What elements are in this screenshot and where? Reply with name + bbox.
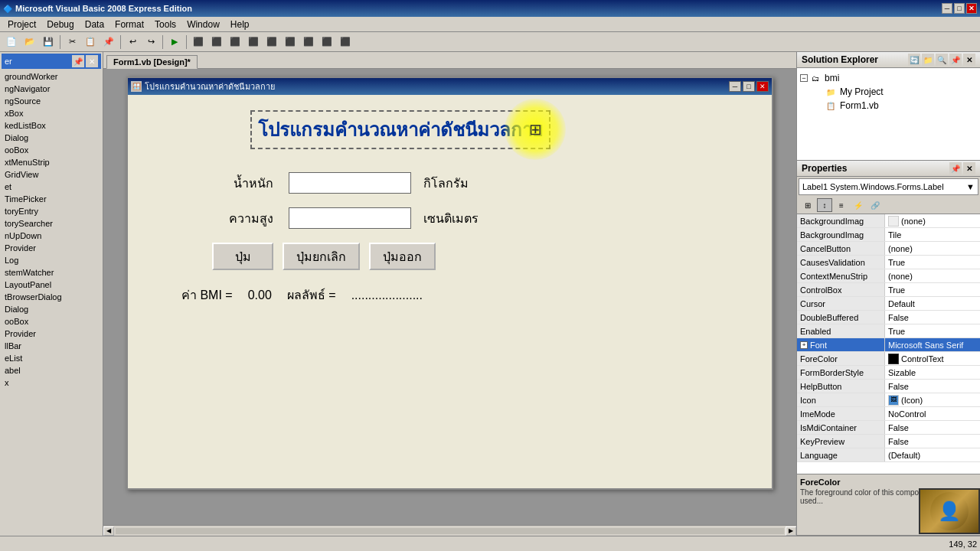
tree-expand-bmi[interactable]: − bbox=[800, 74, 808, 82]
prop-row-imemode[interactable]: ImeMode NoControl bbox=[797, 407, 980, 421]
prop-row-controlbox[interactable]: ControlBox True bbox=[797, 283, 980, 297]
vb-form-minimize[interactable]: ─ bbox=[729, 81, 741, 92]
menu-data[interactable]: Data bbox=[80, 18, 109, 31]
maximize-button[interactable]: □ bbox=[954, 3, 965, 14]
sidebar-item-8[interactable]: GridView bbox=[2, 168, 101, 181]
sidebar-item-7[interactable]: xtMenuStrip bbox=[2, 156, 101, 168]
prop-close[interactable]: ✕ bbox=[963, 162, 975, 174]
toolbar-b7[interactable]: ⬛ bbox=[300, 34, 317, 50]
prop-row-cursor[interactable]: Cursor Default bbox=[797, 297, 980, 311]
menu-debug[interactable]: Debug bbox=[42, 18, 78, 31]
tree-item-myproject[interactable]: 📁 My Project bbox=[800, 85, 977, 99]
toolbar-cut[interactable]: ✂ bbox=[64, 34, 80, 50]
se-btn2[interactable]: 📁 bbox=[922, 54, 934, 66]
toolbar-open[interactable]: 📂 bbox=[21, 34, 38, 50]
prop-row-enabled[interactable]: Enabled True bbox=[797, 324, 980, 338]
sidebar-item-11[interactable]: toryEntry bbox=[2, 205, 101, 217]
sidebar-item-x[interactable]: x bbox=[2, 377, 101, 389]
sidebar-item-0[interactable]: groundWorker bbox=[2, 70, 101, 83]
prop-row-causesvalidation[interactable]: CausesValidation True bbox=[797, 256, 980, 269]
sidebar-item-10[interactable]: TimePicker bbox=[2, 193, 101, 205]
toolbar-new[interactable]: 📄 bbox=[3, 34, 20, 50]
calculate-button[interactable]: ปุ่ม bbox=[212, 243, 273, 270]
prop-row-contextmenustrip[interactable]: ContextMenuStrip (none) bbox=[797, 269, 980, 283]
tab-form1-design[interactable]: Form1.vb [Design]* bbox=[106, 55, 198, 69]
toolbar-b3[interactable]: ⬛ bbox=[227, 34, 243, 50]
prop-row-language[interactable]: Language (Default) bbox=[797, 448, 980, 462]
close-button[interactable]: ✕ bbox=[966, 3, 977, 14]
prop-tb-properties[interactable]: ≡ bbox=[834, 198, 849, 212]
ok-button[interactable]: ปุ่มออก bbox=[369, 243, 436, 270]
prop-tb-events[interactable]: ⚡ bbox=[851, 198, 866, 212]
toolbar-b1[interactable]: ⬛ bbox=[190, 34, 207, 50]
properties-dropdown[interactable]: Label1 System.Windows.Forms.Label ▼ bbox=[799, 178, 978, 195]
sidebar-item-dialog[interactable]: Dialog bbox=[2, 303, 101, 315]
prop-row-font[interactable]: + Font Microsoft Sans Serif bbox=[797, 338, 980, 352]
prop-pin[interactable]: 📌 bbox=[949, 162, 962, 174]
se-close[interactable]: ✕ bbox=[963, 54, 975, 66]
weight-input[interactable] bbox=[289, 172, 411, 194]
se-pin[interactable]: 📌 bbox=[949, 54, 962, 66]
prop-row-cancelbutton[interactable]: CancelButton (none) bbox=[797, 242, 980, 256]
prop-row-icon[interactable]: Icon 🖼 (Icon) bbox=[797, 393, 980, 407]
sidebar-item-llBar[interactable]: llBar bbox=[2, 340, 101, 352]
prop-tb-alphabetical[interactable]: ↕ bbox=[817, 198, 832, 212]
menu-help[interactable]: Help bbox=[226, 18, 254, 31]
prop-row-backgroundimag1[interactable]: BackgroundImag (none) bbox=[797, 214, 980, 228]
prop-row-formborderstyle[interactable]: FormBorderStyle Sizable bbox=[797, 366, 980, 380]
toolbar-b6[interactable]: ⬛ bbox=[282, 34, 299, 50]
sidebar-item-1[interactable]: ngNavigator bbox=[2, 83, 101, 95]
minimize-button[interactable]: ─ bbox=[942, 3, 952, 14]
sidebar-item-stemWatcher[interactable]: stemWatcher bbox=[2, 266, 101, 279]
h-scrollbar[interactable]: ◀ ▶ bbox=[103, 525, 796, 536]
sidebar-item-3[interactable]: xBox bbox=[2, 107, 101, 119]
se-btn1[interactable]: 🔄 bbox=[908, 54, 920, 66]
sidebar-item-log[interactable]: Log bbox=[2, 254, 101, 266]
toolbar-b4[interactable]: ⬛ bbox=[245, 34, 262, 50]
prop-tb-propbind[interactable]: 🔗 bbox=[867, 198, 883, 212]
font-expand[interactable]: + bbox=[800, 341, 808, 349]
prop-row-backgroundimag2[interactable]: BackgroundImag Tile bbox=[797, 228, 980, 242]
vb-form-close[interactable]: ✕ bbox=[756, 81, 769, 92]
sidebar-item-ooBox[interactable]: ooBox bbox=[2, 315, 101, 328]
sidebar-item-9[interactable]: et bbox=[2, 181, 101, 193]
sidebar-item-2[interactable]: ngSource bbox=[2, 95, 101, 107]
toolbar-run[interactable]: ▶ bbox=[166, 34, 183, 50]
tree-item-form1[interactable]: 📋 Form1.vb bbox=[800, 99, 977, 112]
sidebar-item-torySearcher[interactable]: torySearcher bbox=[2, 217, 101, 230]
sidebar-item-nUpDown[interactable]: nUpDown bbox=[2, 230, 101, 242]
sidebar-item-layoutPanel[interactable]: LayoutPanel bbox=[2, 279, 101, 291]
menu-format[interactable]: Format bbox=[110, 18, 149, 31]
prop-row-forecolor[interactable]: ForeColor ControlText bbox=[797, 352, 980, 366]
tree-item-bmi[interactable]: − 🗂 bmi bbox=[800, 71, 977, 85]
menu-tools[interactable]: Tools bbox=[150, 18, 181, 31]
sidebar-item-provider2[interactable]: Provider bbox=[2, 328, 101, 340]
toolbar-b9[interactable]: ⬛ bbox=[337, 34, 354, 50]
toolbar-redo[interactable]: ↪ bbox=[142, 34, 159, 50]
scroll-right[interactable]: ▶ bbox=[786, 527, 796, 536]
toolbar-b2[interactable]: ⬛ bbox=[208, 34, 225, 50]
scroll-left[interactable]: ◀ bbox=[103, 527, 114, 536]
sidebar-item-4[interactable]: kedListBox bbox=[2, 119, 101, 132]
prop-row-keypreview[interactable]: KeyPreview False bbox=[797, 435, 980, 448]
toolbar-paste[interactable]: 📌 bbox=[100, 34, 117, 50]
toolbar-save[interactable]: 💾 bbox=[40, 34, 57, 50]
prop-tb-categorized[interactable]: ⊞ bbox=[800, 198, 815, 212]
toolbar-copy[interactable]: 📋 bbox=[82, 34, 99, 50]
dropdown-arrow[interactable]: ▼ bbox=[966, 182, 975, 191]
se-btn3[interactable]: 🔍 bbox=[936, 54, 948, 66]
menu-window[interactable]: Window bbox=[182, 18, 224, 31]
sidebar-close[interactable]: ✕ bbox=[86, 55, 98, 67]
toolbar-undo[interactable]: ↩ bbox=[124, 34, 141, 50]
designer-area[interactable]: 🪟 โปรแกรมคำนวณหาค่าดัชนีมวลกาย ─ □ ✕ โปร… bbox=[103, 69, 796, 536]
sidebar-item-5[interactable]: Dialog bbox=[2, 132, 101, 144]
sidebar-item-eList[interactable]: eList bbox=[2, 352, 101, 364]
sidebar-item-6[interactable]: ooBox bbox=[2, 144, 101, 156]
sidebar-item-browserDialog[interactable]: tBrowserDialog bbox=[2, 291, 101, 303]
prop-row-doublebuffered[interactable]: DoubleBuffered False bbox=[797, 311, 980, 324]
sidebar-pin[interactable]: 📌 bbox=[72, 55, 84, 67]
sidebar-item-provider[interactable]: Provider bbox=[2, 242, 101, 254]
toolbar-b5[interactable]: ⬛ bbox=[263, 34, 280, 50]
height-input[interactable] bbox=[289, 207, 411, 229]
menu-project[interactable]: Project bbox=[3, 18, 41, 31]
